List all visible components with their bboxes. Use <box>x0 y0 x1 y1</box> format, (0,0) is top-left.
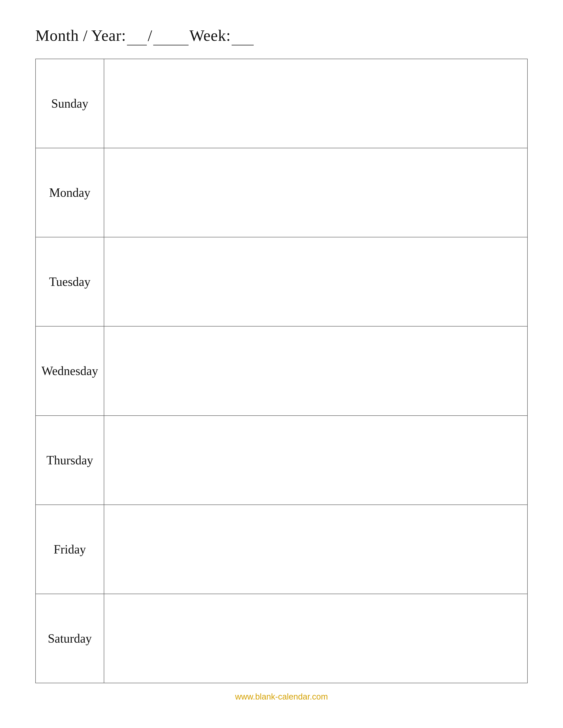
day-content-cell-wednesday[interactable] <box>104 326 527 415</box>
table-row: Wednesday <box>36 326 527 415</box>
day-content-cell-tuesday[interactable] <box>104 237 527 326</box>
day-label-cell-tuesday: Tuesday <box>36 237 104 326</box>
table-row: Tuesday <box>36 237 527 326</box>
table-row: Sunday <box>36 59 527 148</box>
day-content-cell-saturday[interactable] <box>104 594 527 683</box>
day-label-cell-monday: Monday <box>36 148 104 237</box>
table-row: Saturday <box>36 594 527 683</box>
table-row: Friday <box>36 505 527 594</box>
day-label-cell-saturday: Saturday <box>36 594 104 683</box>
table-row: Thursday <box>36 416 527 505</box>
month-year-label: Month / Year: <box>35 26 126 45</box>
footer-url: www.blank-calendar.com <box>235 692 328 701</box>
week-label: Week: <box>189 26 231 45</box>
day-content-cell-monday[interactable] <box>104 148 527 237</box>
day-content-cell-sunday[interactable] <box>104 59 527 148</box>
day-content-cell-friday[interactable] <box>104 505 527 594</box>
footer: www.blank-calendar.com <box>35 692 528 702</box>
month-blank <box>127 26 147 45</box>
day-label-cell-friday: Friday <box>36 505 104 594</box>
header-row: Month / Year: / Week: <box>35 26 528 45</box>
day-label-cell-wednesday: Wednesday <box>36 326 104 415</box>
week-table: SundayMondayTuesdayWednesdayThursdayFrid… <box>35 59 528 683</box>
day-content-cell-thursday[interactable] <box>104 416 527 505</box>
week-blank <box>231 26 254 45</box>
year-blank <box>153 26 188 45</box>
day-label-cell-thursday: Thursday <box>36 416 104 505</box>
table-row: Monday <box>36 148 527 237</box>
day-label-cell-sunday: Sunday <box>36 59 104 148</box>
page-container: Month / Year: / Week: SundayMondayTuesda… <box>0 0 563 728</box>
separator: / <box>148 26 152 45</box>
